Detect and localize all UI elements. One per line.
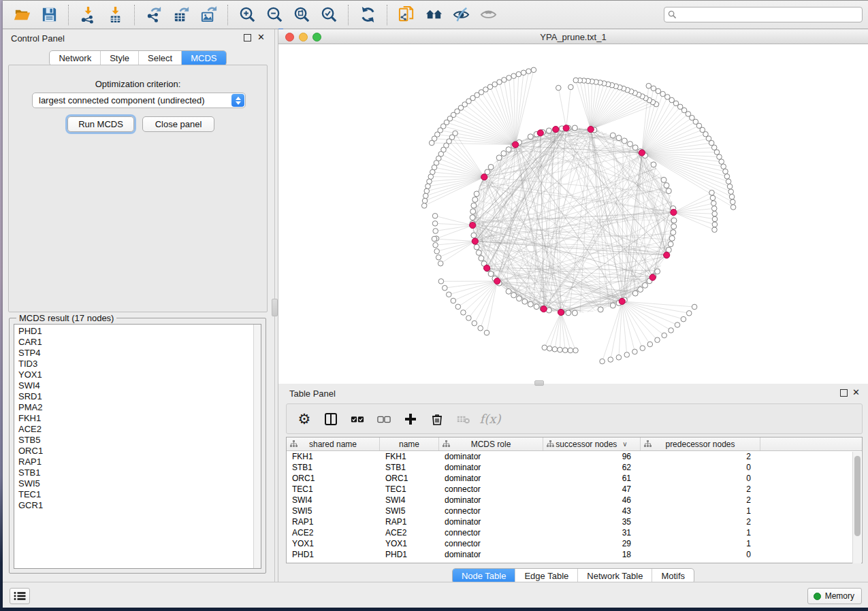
mcds-node[interactable] <box>472 238 478 244</box>
network-node[interactable] <box>664 183 669 188</box>
network-node[interactable] <box>610 133 615 138</box>
network-node[interactable] <box>476 250 481 255</box>
unselect-all-rows-button[interactable] <box>376 411 392 427</box>
network-node[interactable] <box>661 177 666 182</box>
network-node[interactable] <box>488 271 494 277</box>
network-node[interactable] <box>546 128 551 133</box>
run-mcds-button[interactable]: Run MCDS <box>67 116 134 132</box>
mcds-node[interactable] <box>563 125 569 131</box>
network-node[interactable] <box>600 359 605 364</box>
mcds-node[interactable] <box>484 265 490 271</box>
mcds-result-item[interactable]: STB1 <box>18 467 261 478</box>
close-panel-button[interactable]: Close panel <box>142 116 214 132</box>
network-node[interactable] <box>472 320 477 326</box>
home-network-button[interactable] <box>420 3 447 27</box>
network-node[interactable] <box>610 303 615 308</box>
table-settings-button[interactable]: ⚙ <box>296 411 312 427</box>
optimization-criterion-select[interactable]: largest connected component (undirected) <box>32 93 246 108</box>
network-node[interactable] <box>447 292 452 297</box>
export-image-button[interactable] <box>195 3 222 27</box>
network-node[interactable] <box>472 197 478 202</box>
column-header-MCDS-role[interactable]: MCDS role <box>439 437 543 450</box>
network-node[interactable] <box>632 349 638 354</box>
network-node[interactable] <box>726 179 731 184</box>
mcds-result-list[interactable]: PHD1CAR1STP4TID3YOX1SWI4SRD1PMA2FKH1ACE2… <box>14 324 261 569</box>
network-node[interactable] <box>496 155 502 161</box>
network-node[interactable] <box>552 347 558 352</box>
network-node[interactable] <box>616 135 622 141</box>
network-node[interactable] <box>424 188 430 194</box>
network-titlebar[interactable]: YPA_prune.txt_1 <box>278 29 868 44</box>
network-node[interactable] <box>436 255 441 261</box>
network-node[interactable] <box>666 188 671 194</box>
tab-mcds[interactable]: MCDS <box>181 51 225 65</box>
network-node[interactable] <box>632 291 638 296</box>
mcds-node[interactable] <box>553 127 559 133</box>
network-node[interactable] <box>461 310 466 316</box>
network-node[interactable] <box>478 326 483 331</box>
show-eye-button[interactable] <box>475 3 502 27</box>
network-node[interactable] <box>710 195 716 201</box>
mcds-result-item[interactable]: SWI5 <box>18 478 261 489</box>
network-node[interactable] <box>566 310 571 316</box>
network-node[interactable] <box>511 293 517 298</box>
export-table-button[interactable] <box>167 3 195 27</box>
network-node[interactable] <box>709 190 715 195</box>
network-node[interactable] <box>422 198 428 203</box>
mcds-node[interactable] <box>537 130 543 136</box>
network-node[interactable] <box>638 287 643 293</box>
task-history-button[interactable] <box>10 588 30 604</box>
mcds-node[interactable] <box>639 150 645 156</box>
mcds-result-item[interactable]: YOX1 <box>18 369 261 380</box>
mcds-result-item[interactable]: ACE2 <box>18 424 261 435</box>
add-row-button[interactable] <box>402 411 419 427</box>
network-node[interactable] <box>466 316 472 321</box>
mcds-node[interactable] <box>470 222 476 229</box>
mcds-result-item[interactable]: SWI4 <box>18 380 261 391</box>
search-input[interactable] <box>677 8 858 21</box>
network-node[interactable] <box>651 162 656 167</box>
network-node[interactable] <box>421 203 427 209</box>
network-node[interactable] <box>526 69 532 74</box>
network-node[interactable] <box>470 215 475 220</box>
network-node[interactable] <box>474 191 479 197</box>
mcds-result-item[interactable]: PHD1 <box>18 326 261 337</box>
hide-eye-button[interactable] <box>447 3 475 27</box>
network-node[interactable] <box>730 205 736 210</box>
mcds-node[interactable] <box>541 306 547 312</box>
network-node[interactable] <box>721 164 726 169</box>
mcds-node[interactable] <box>513 142 519 148</box>
mcds-result-item[interactable]: RAP1 <box>18 457 261 467</box>
mcds-node[interactable] <box>558 309 564 315</box>
network-node[interactable] <box>528 301 533 307</box>
network-node[interactable] <box>686 311 692 316</box>
network-node[interactable] <box>534 304 539 310</box>
network-node[interactable] <box>719 159 724 165</box>
network-node[interactable] <box>628 142 633 147</box>
network-node[interactable] <box>423 193 429 199</box>
network-node[interactable] <box>573 348 579 353</box>
network-node[interactable] <box>660 91 666 97</box>
tab-motifs[interactable]: Motifs <box>652 569 694 583</box>
network-node[interactable] <box>728 189 734 195</box>
network-node[interactable] <box>711 206 717 212</box>
network-node[interactable] <box>528 134 533 139</box>
network-node[interactable] <box>712 222 718 227</box>
network-node[interactable] <box>428 174 434 180</box>
network-node[interactable] <box>568 348 573 353</box>
network-node[interactable] <box>616 355 622 361</box>
mcds-result-item[interactable]: PMA2 <box>18 402 261 413</box>
export-network-button[interactable] <box>140 3 167 27</box>
table-row[interactable]: SWI5SWI5connector431 <box>287 506 862 516</box>
network-node[interactable] <box>517 296 522 301</box>
table-scrollbar[interactable] <box>852 452 861 563</box>
network-node[interactable] <box>712 211 718 216</box>
network-node[interactable] <box>427 179 432 184</box>
mcds-node[interactable] <box>481 174 487 180</box>
network-node[interactable] <box>668 242 673 247</box>
mcds-result-item[interactable]: TID3 <box>18 359 261 369</box>
network-node[interactable] <box>471 233 477 238</box>
network-node[interactable] <box>521 70 526 76</box>
network-node[interactable] <box>542 345 547 350</box>
network-node[interactable] <box>484 330 489 335</box>
